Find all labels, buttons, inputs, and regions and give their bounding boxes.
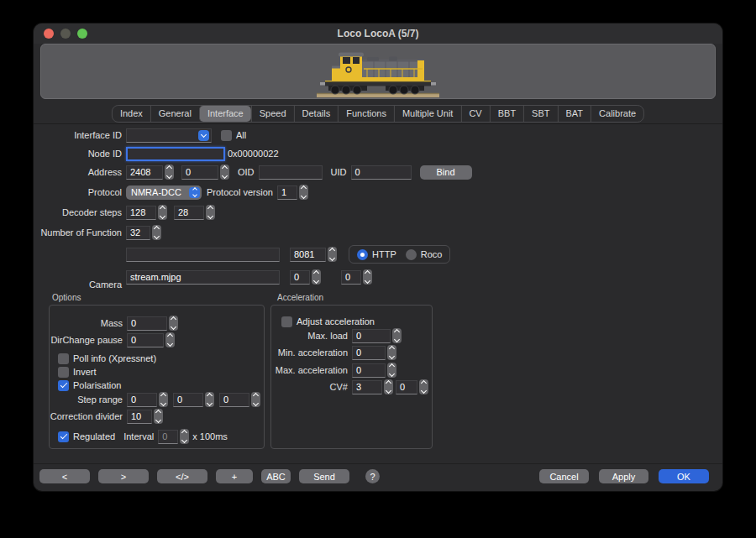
minimize-button[interactable] — [60, 29, 71, 39]
decoder-steps2-stepper[interactable] — [206, 205, 215, 220]
address-stepper[interactable] — [165, 165, 174, 180]
tab-bat[interactable]: BAT — [558, 106, 591, 122]
cv-stepper[interactable] — [384, 379, 393, 394]
max-acceleration-stepper[interactable] — [387, 363, 396, 378]
mass-stepper[interactable] — [169, 316, 178, 331]
dirchange-stepper[interactable] — [165, 332, 175, 347]
invert-checkbox[interactable] — [58, 367, 69, 378]
tab-interface[interactable]: Interface — [199, 106, 251, 122]
decoder-steps-input[interactable]: 128 — [126, 206, 156, 220]
apply-button[interactable]: Apply — [599, 469, 648, 483]
tab-cv[interactable]: CV — [460, 106, 489, 122]
zoom-button[interactable] — [77, 29, 87, 39]
step-range-2-stepper[interactable] — [205, 392, 214, 407]
correction-divider-input[interactable]: 10 — [127, 410, 152, 424]
dirchange-input[interactable]: 0 — [127, 333, 164, 347]
adjust-acceleration-row: Adjust acceleration — [281, 314, 375, 329]
invert-label: Invert — [73, 367, 97, 377]
camera-url-input[interactable] — [126, 248, 280, 262]
cv2-input[interactable]: 0 — [396, 380, 417, 394]
camera-y-input[interactable]: 0 — [341, 270, 361, 285]
poll-info-checkbox[interactable] — [58, 353, 69, 364]
http-radio[interactable] — [357, 249, 368, 260]
camera-port-stepper[interactable] — [328, 247, 337, 262]
regulated-checkbox[interactable] — [58, 431, 69, 442]
correction-divider-stepper[interactable] — [154, 409, 163, 424]
camera-stream-input[interactable]: stream.mjpg — [126, 270, 280, 285]
interval-stepper[interactable] — [180, 429, 189, 444]
protocol-version-stepper[interactable] — [299, 185, 308, 200]
number-of-function-label: Number of Function — [34, 227, 122, 238]
camera-port-input[interactable]: 8081 — [290, 248, 326, 262]
send-button[interactable]: Send — [299, 469, 349, 483]
address2-stepper[interactable] — [220, 165, 229, 180]
uid-input[interactable]: 0 — [351, 165, 412, 180]
tab-calibrate[interactable]: Calibrate — [591, 106, 643, 122]
camera-y-stepper[interactable] — [363, 269, 372, 285]
tab-general[interactable]: General — [150, 106, 199, 122]
interval-input[interactable]: 0 — [158, 430, 178, 444]
oid-input[interactable] — [259, 165, 323, 180]
close-button[interactable] — [44, 29, 54, 39]
oid-label: OID — [238, 167, 255, 177]
tab-index[interactable]: Index — [113, 106, 150, 122]
prev-loco-button[interactable]: < — [39, 469, 90, 483]
step-range-3-input[interactable]: 0 — [219, 393, 249, 407]
number-of-function-input[interactable]: 32 — [126, 226, 150, 240]
max-load-stepper[interactable] — [392, 328, 402, 343]
protocol-version-input[interactable]: 1 — [277, 185, 297, 200]
cv2-stepper[interactable] — [419, 379, 428, 394]
tab-multiple-unit[interactable]: Multiple Unit — [394, 106, 461, 122]
decoder-steps-label: Decoder steps — [34, 207, 122, 217]
all-checkbox[interactable] — [221, 130, 232, 141]
cv-input[interactable]: 3 — [352, 380, 382, 394]
max-load-label: Max. load — [271, 331, 348, 341]
http-label: HTTP — [372, 249, 396, 259]
add-button[interactable]: + — [216, 469, 253, 483]
regulated-label: Regulated — [73, 431, 115, 441]
step-range-2-input[interactable]: 0 — [173, 393, 203, 407]
min-acceleration-input[interactable]: 0 — [352, 346, 386, 360]
abc-button[interactable]: ABC — [261, 469, 291, 483]
max-load-input[interactable]: 0 — [352, 329, 391, 343]
bind-button[interactable]: Bind — [420, 165, 472, 180]
tab-bbt[interactable]: BBT — [490, 106, 523, 122]
polarisation-checkbox[interactable] — [58, 380, 69, 391]
correction-divider-row: Correction divider 10 — [50, 409, 163, 424]
protocol-dropdown[interactable]: NMRA-DCC — [126, 185, 202, 200]
step-range-3-stepper[interactable] — [251, 392, 260, 407]
cancel-button[interactable]: Cancel — [539, 469, 589, 483]
locomotive-image — [315, 46, 441, 98]
max-acceleration-input[interactable]: 0 — [352, 363, 386, 378]
min-acceleration-label: Min. acceleration — [271, 347, 348, 358]
next-loco-button[interactable]: > — [98, 469, 149, 483]
camera-x-stepper[interactable] — [312, 269, 321, 285]
decoder-steps2-input[interactable]: 28 — [174, 206, 204, 220]
node-id-input[interactable] — [126, 147, 225, 161]
camera-x-input[interactable]: 0 — [290, 270, 310, 285]
number-of-function-stepper[interactable] — [152, 225, 161, 240]
dirchange-label: DirChange pause — [50, 335, 123, 345]
roco-radio[interactable] — [406, 249, 417, 260]
mass-input[interactable]: 0 — [127, 316, 167, 331]
min-acceleration-stepper[interactable] — [387, 345, 396, 360]
decoder-steps-stepper[interactable] — [158, 205, 167, 220]
ok-button[interactable]: OK — [659, 469, 709, 483]
camera-stream-row: stream.mjpg 0 0 — [34, 269, 372, 285]
interface-id-dropdown[interactable] — [126, 128, 212, 143]
tab-details[interactable]: Details — [294, 106, 339, 122]
options-group-label: Options — [52, 293, 81, 302]
adjust-acceleration-checkbox[interactable] — [281, 316, 292, 327]
tab-functions[interactable]: Functions — [338, 106, 394, 122]
address-input[interactable]: 2408 — [126, 165, 163, 180]
help-button[interactable]: ? — [365, 469, 380, 483]
node-id-hex: 0x00000022 — [228, 149, 279, 159]
step-range-1-stepper[interactable] — [159, 392, 168, 407]
tab-sbt[interactable]: SBT — [523, 106, 557, 122]
tab-speed[interactable]: Speed — [251, 106, 294, 122]
interface-id-label: Interface ID — [34, 130, 122, 140]
footer-separator — [34, 463, 722, 464]
step-range-1-input[interactable]: 0 — [127, 393, 157, 407]
code-button[interactable]: </> — [157, 469, 207, 483]
address2-input[interactable]: 0 — [181, 165, 218, 180]
